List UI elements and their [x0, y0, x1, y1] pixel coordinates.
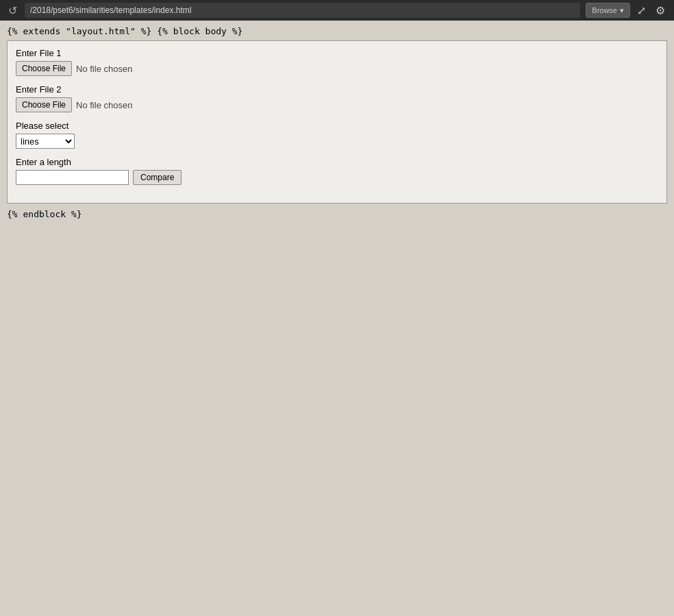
file1-no-file-text: No file chosen	[76, 64, 132, 74]
browse-label: Browse	[592, 6, 617, 14]
choose-file2-button[interactable]: Choose File	[16, 97, 72, 112]
file1-input-row: Choose File No file chosen	[16, 61, 658, 76]
choose-file1-button[interactable]: Choose File	[16, 61, 72, 76]
browse-button[interactable]: Browse ▾	[586, 3, 630, 18]
length-input[interactable]	[16, 170, 129, 185]
page-content: {% extends "layout.html" %} {% block bod…	[0, 21, 674, 225]
select-label: Please select	[16, 121, 658, 131]
file1-group: Enter File 1 Choose File No file chosen	[16, 48, 658, 76]
file2-input-row: Choose File No file chosen	[16, 97, 658, 112]
expand-icon[interactable]: ⤢	[633, 2, 649, 19]
length-row: Compare	[16, 170, 658, 185]
form-container: Enter File 1 Choose File No file chosen …	[7, 40, 667, 204]
length-group: Enter a length Compare	[16, 157, 658, 185]
settings-icon[interactable]: ⚙	[652, 2, 669, 19]
compare-button[interactable]: Compare	[133, 170, 182, 185]
file2-no-file-text: No file chosen	[76, 100, 132, 110]
template-close-tag: {% endblock %}	[7, 209, 667, 219]
file2-group: Enter File 2 Choose File No file chosen	[16, 84, 658, 112]
length-label: Enter a length	[16, 157, 658, 167]
lines-select[interactable]: lines sentences	[16, 134, 75, 149]
browser-actions: Browse ▾ ⤢ ⚙	[586, 2, 669, 19]
browse-dropdown-icon: ▾	[620, 6, 624, 15]
select-row: lines sentences	[16, 134, 658, 149]
file2-label: Enter File 2	[16, 84, 658, 95]
select-group: Please select lines sentences	[16, 121, 658, 149]
browser-chrome: ↺ Browse ▾ ⤢ ⚙	[0, 0, 674, 21]
template-open-tag: {% extends "layout.html" %} {% block bod…	[7, 26, 667, 36]
reload-icon[interactable]: ↺	[5, 3, 19, 17]
url-bar[interactable]	[25, 3, 580, 18]
file1-label: Enter File 1	[16, 48, 658, 58]
